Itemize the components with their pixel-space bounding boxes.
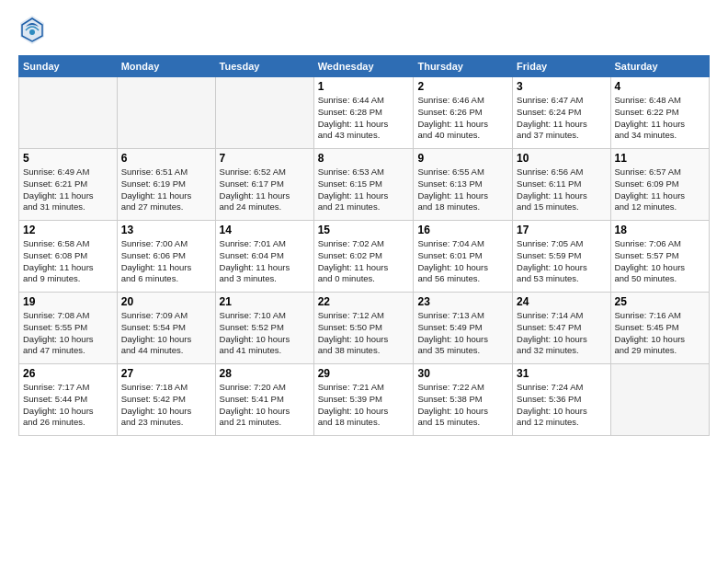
day-number: 23 [417, 295, 508, 308]
day-number: 25 [615, 295, 705, 308]
day-cell-17: 17Sunrise: 7:05 AM Sunset: 5:59 PM Dayli… [513, 221, 610, 293]
day-cell-12: 12Sunrise: 6:58 AM Sunset: 6:08 PM Dayli… [19, 221, 118, 293]
day-info: Sunrise: 7:13 AM Sunset: 5:49 PM Dayligh… [417, 310, 508, 357]
day-info: Sunrise: 6:57 AM Sunset: 6:09 PM Dayligh… [615, 167, 705, 213]
day-cell-18: 18Sunrise: 7:06 AM Sunset: 5:57 PM Dayli… [610, 221, 709, 293]
calendar-table: SundayMondayTuesdayWednesdayThursdayFrid… [18, 55, 710, 436]
day-cell-4: 4Sunrise: 6:48 AM Sunset: 6:22 PM Daylig… [610, 77, 709, 149]
day-info: Sunrise: 6:51 AM Sunset: 6:19 PM Dayligh… [121, 167, 211, 213]
day-number: 8 [318, 152, 410, 165]
weekday-thursday: Thursday [414, 56, 513, 77]
day-cell-5: 5Sunrise: 6:49 AM Sunset: 6:21 PM Daylig… [19, 149, 118, 221]
day-cell-15: 15Sunrise: 7:02 AM Sunset: 6:02 PM Dayli… [313, 221, 414, 293]
day-cell-28: 28Sunrise: 7:20 AM Sunset: 5:41 PM Dayli… [215, 364, 313, 436]
day-cell-29: 29Sunrise: 7:21 AM Sunset: 5:39 PM Dayli… [313, 364, 414, 436]
day-cell-1: 1Sunrise: 6:44 AM Sunset: 6:28 PM Daylig… [313, 77, 414, 149]
empty-cell [117, 77, 215, 149]
day-cell-27: 27Sunrise: 7:18 AM Sunset: 5:42 PM Dayli… [117, 364, 215, 436]
day-number: 11 [615, 152, 705, 165]
day-cell-30: 30Sunrise: 7:22 AM Sunset: 5:38 PM Dayli… [414, 364, 513, 436]
day-info: Sunrise: 7:08 AM Sunset: 5:55 PM Dayligh… [23, 310, 113, 357]
day-cell-13: 13Sunrise: 7:00 AM Sunset: 6:06 PM Dayli… [117, 221, 215, 293]
day-info: Sunrise: 7:17 AM Sunset: 5:44 PM Dayligh… [23, 382, 113, 429]
day-number: 5 [23, 152, 113, 165]
day-cell-22: 22Sunrise: 7:12 AM Sunset: 5:50 PM Dayli… [313, 293, 414, 364]
day-number: 12 [23, 224, 113, 236]
day-info: Sunrise: 7:16 AM Sunset: 5:45 PM Dayligh… [615, 310, 705, 357]
day-number: 4 [615, 80, 705, 93]
header [18, 14, 710, 46]
week-row-5: 26Sunrise: 7:17 AM Sunset: 5:44 PM Dayli… [19, 364, 710, 436]
day-cell-16: 16Sunrise: 7:04 AM Sunset: 6:01 PM Dayli… [414, 221, 513, 293]
day-info: Sunrise: 7:00 AM Sunset: 6:06 PM Dayligh… [121, 238, 211, 285]
day-info: Sunrise: 7:09 AM Sunset: 5:54 PM Dayligh… [121, 310, 211, 357]
logo-icon [18, 14, 46, 46]
day-number: 1 [318, 80, 410, 93]
day-cell-25: 25Sunrise: 7:16 AM Sunset: 5:45 PM Dayli… [610, 293, 709, 364]
day-number: 24 [517, 295, 606, 308]
day-number: 7 [220, 152, 310, 165]
week-row-4: 19Sunrise: 7:08 AM Sunset: 5:55 PM Dayli… [19, 293, 710, 364]
day-cell-10: 10Sunrise: 6:56 AM Sunset: 6:11 PM Dayli… [513, 149, 610, 221]
day-number: 27 [121, 367, 211, 380]
day-number: 18 [615, 224, 705, 236]
day-cell-3: 3Sunrise: 6:47 AM Sunset: 6:24 PM Daylig… [513, 77, 610, 149]
week-row-3: 12Sunrise: 6:58 AM Sunset: 6:08 PM Dayli… [19, 221, 710, 293]
day-info: Sunrise: 6:56 AM Sunset: 6:11 PM Dayligh… [517, 167, 606, 213]
day-number: 28 [220, 367, 310, 380]
page: SundayMondayTuesdayWednesdayThursdayFrid… [0, 0, 728, 563]
svg-point-2 [29, 29, 35, 35]
day-info: Sunrise: 7:20 AM Sunset: 5:41 PM Dayligh… [220, 382, 310, 429]
day-number: 6 [121, 152, 211, 165]
day-info: Sunrise: 7:02 AM Sunset: 6:02 PM Dayligh… [318, 238, 410, 285]
weekday-wednesday: Wednesday [313, 56, 414, 77]
day-cell-8: 8Sunrise: 6:53 AM Sunset: 6:15 PM Daylig… [313, 149, 414, 221]
day-number: 29 [318, 367, 410, 380]
weekday-sunday: Sunday [19, 56, 118, 77]
empty-cell [215, 77, 313, 149]
day-number: 20 [121, 295, 211, 308]
empty-cell [19, 77, 118, 149]
day-cell-14: 14Sunrise: 7:01 AM Sunset: 6:04 PM Dayli… [215, 221, 313, 293]
day-info: Sunrise: 7:18 AM Sunset: 5:42 PM Dayligh… [121, 382, 211, 429]
day-info: Sunrise: 6:44 AM Sunset: 6:28 PM Dayligh… [318, 95, 410, 142]
day-info: Sunrise: 7:12 AM Sunset: 5:50 PM Dayligh… [318, 310, 410, 357]
day-cell-20: 20Sunrise: 7:09 AM Sunset: 5:54 PM Dayli… [117, 293, 215, 364]
day-cell-26: 26Sunrise: 7:17 AM Sunset: 5:44 PM Dayli… [19, 364, 118, 436]
day-number: 31 [517, 367, 606, 380]
day-number: 17 [517, 224, 606, 236]
day-info: Sunrise: 6:58 AM Sunset: 6:08 PM Dayligh… [23, 238, 113, 285]
day-cell-11: 11Sunrise: 6:57 AM Sunset: 6:09 PM Dayli… [610, 149, 709, 221]
day-info: Sunrise: 6:48 AM Sunset: 6:22 PM Dayligh… [615, 95, 705, 142]
weekday-friday: Friday [513, 56, 610, 77]
day-cell-19: 19Sunrise: 7:08 AM Sunset: 5:55 PM Dayli… [19, 293, 118, 364]
day-cell-31: 31Sunrise: 7:24 AM Sunset: 5:36 PM Dayli… [513, 364, 610, 436]
day-cell-21: 21Sunrise: 7:10 AM Sunset: 5:52 PM Dayli… [215, 293, 313, 364]
day-number: 14 [220, 224, 310, 236]
day-info: Sunrise: 6:53 AM Sunset: 6:15 PM Dayligh… [318, 167, 410, 213]
day-number: 22 [318, 295, 410, 308]
weekday-monday: Monday [117, 56, 215, 77]
day-number: 19 [23, 295, 113, 308]
day-info: Sunrise: 7:24 AM Sunset: 5:36 PM Dayligh… [517, 382, 606, 429]
day-cell-24: 24Sunrise: 7:14 AM Sunset: 5:47 PM Dayli… [513, 293, 610, 364]
day-info: Sunrise: 6:47 AM Sunset: 6:24 PM Dayligh… [517, 95, 606, 142]
day-info: Sunrise: 6:46 AM Sunset: 6:26 PM Dayligh… [417, 95, 508, 142]
day-cell-7: 7Sunrise: 6:52 AM Sunset: 6:17 PM Daylig… [215, 149, 313, 221]
day-info: Sunrise: 7:14 AM Sunset: 5:47 PM Dayligh… [517, 310, 606, 357]
day-info: Sunrise: 7:06 AM Sunset: 5:57 PM Dayligh… [615, 238, 705, 285]
weekday-tuesday: Tuesday [215, 56, 313, 77]
week-row-1: 1Sunrise: 6:44 AM Sunset: 6:28 PM Daylig… [19, 77, 710, 149]
day-number: 16 [417, 224, 508, 236]
day-number: 2 [417, 80, 508, 93]
day-cell-6: 6Sunrise: 6:51 AM Sunset: 6:19 PM Daylig… [117, 149, 215, 221]
day-number: 30 [417, 367, 508, 380]
day-info: Sunrise: 7:04 AM Sunset: 6:01 PM Dayligh… [417, 238, 508, 285]
day-info: Sunrise: 7:01 AM Sunset: 6:04 PM Dayligh… [220, 238, 310, 285]
empty-cell [610, 364, 709, 436]
weekday-header-row: SundayMondayTuesdayWednesdayThursdayFrid… [19, 56, 710, 77]
day-number: 3 [517, 80, 606, 93]
weekday-saturday: Saturday [610, 56, 709, 77]
day-cell-23: 23Sunrise: 7:13 AM Sunset: 5:49 PM Dayli… [414, 293, 513, 364]
day-number: 15 [318, 224, 410, 236]
